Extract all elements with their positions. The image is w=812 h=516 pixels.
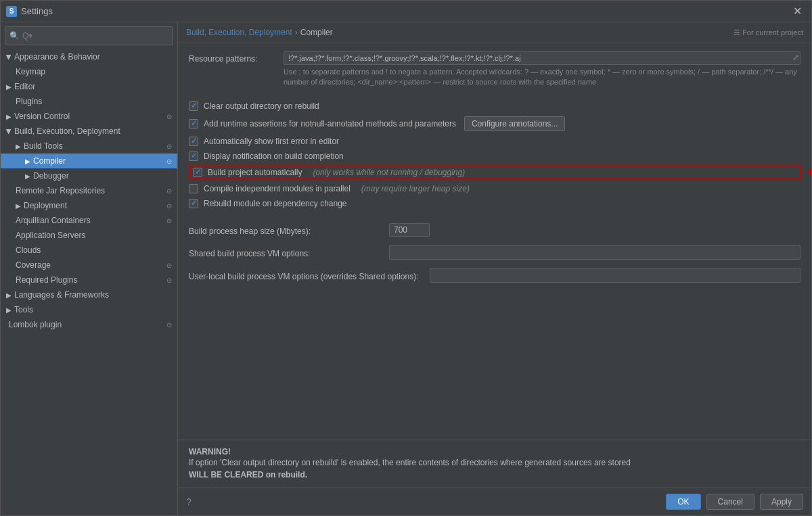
sidebar-item-label: Arquillian Containers [16,216,91,225]
sidebar-item-tools[interactable]: ▶ Tools [1,302,177,317]
chevron-icon: ▶ [5,54,13,60]
build-auto-checkbox[interactable] [193,168,202,177]
sidebar-item-label: Required Plugins [16,275,77,285]
display-notification-label: Display notification on build completion [204,151,344,161]
resource-patterns-label: Resource patterns: [189,51,284,64]
sync-icon: ⊙ [166,321,172,329]
sidebar-item-debugger[interactable]: ▶ Debugger [1,168,177,183]
expand-icon: ▶ [25,158,30,165]
chevron-icon: ▶ [16,143,21,150]
expand-icon[interactable]: ⤢ [792,53,799,62]
sidebar-item-keymap[interactable]: Keymap [1,64,177,79]
breadcrumb-sep: › [295,28,298,37]
checkbox-build-auto: Build project automatically (only works … [189,165,800,180]
display-notification-checkbox[interactable] [189,151,198,161]
chevron-icon: ▶ [5,128,13,134]
resource-patterns-row: Resource patterns: ⤢ Use ; to separate p… [189,51,800,88]
sidebar-item-label: Version Control [14,112,70,121]
rebuild-module-checkbox[interactable] [189,199,198,208]
sidebar-item-label: Deployment [24,201,67,210]
help-button[interactable]: ? [186,496,191,507]
sidebar-item-app-servers[interactable]: Application Servers [1,228,177,243]
sidebar-item-build-tools[interactable]: ▶ Build Tools ⊙ [1,139,177,154]
compile-modules-note: (may require larger heap size) [361,184,470,193]
sidebar-item-label: Editor [14,82,35,91]
show-first-error-checkbox[interactable] [189,137,198,146]
window-title: Settings [21,6,789,16]
resource-input-wrap: ⤢ Use ; to separate patterns and ! to ne… [284,51,800,88]
cancel-button[interactable]: Cancel [706,494,754,510]
checkbox-runtime-assertions: Add runtime assertions for notnull-annot… [189,114,800,134]
settings-window: S Settings ✕ 🔍 ▶ Appearance & Behavior K… [0,0,812,516]
chevron-icon: ▶ [6,113,12,120]
breadcrumb-parent[interactable]: Build, Execution, Deployment [186,28,292,37]
settings-content: Resource patterns: ⤢ Use ; to separate p… [178,43,811,440]
warning-body: If option 'Clear output directory on reb… [189,456,800,481]
breadcrumb-current: Compiler [300,28,333,37]
sidebar-item-label: Build Tools [24,141,63,151]
runtime-assertions-checkbox[interactable] [189,119,198,128]
sidebar-item-clouds[interactable]: Clouds [1,243,177,258]
sidebar-item-build-exec[interactable]: ▶ Build, Execution, Deployment [1,124,177,139]
sidebar: 🔍 ▶ Appearance & Behavior Keymap ▶ Edito… [1,22,178,515]
search-box[interactable]: 🔍 [5,26,173,45]
checkbox-show-first-error: Automatically show first error in editor [189,134,800,149]
sidebar-item-label: Coverage [16,260,51,270]
heap-label: Build process heap size (Mbytes): [189,224,378,236]
sidebar-item-compiler[interactable]: ▶ Compiler ⊙ [1,154,177,168]
build-auto-label: Build project automatically [208,168,302,177]
shared-vm-input[interactable] [389,245,800,260]
sidebar-item-languages[interactable]: ▶ Languages & Frameworks [1,287,177,302]
clear-output-checkbox[interactable] [189,101,198,111]
close-button[interactable]: ✕ [789,3,806,19]
runtime-assertions-label: Add runtime assertions for notnull-annot… [204,119,456,128]
sidebar-item-arquillian[interactable]: Arquillian Containers ⊙ [1,213,177,228]
resource-hint: Use ; to separate patterns and ! to nega… [284,67,800,88]
ok-button[interactable]: OK [666,494,700,510]
chevron-icon: ▶ [6,83,12,91]
sidebar-item-deployment[interactable]: ▶ Deployment ⊙ [1,198,177,213]
search-input[interactable] [22,31,168,41]
main-panel: Build, Execution, Deployment › Compiler … [178,22,811,515]
chevron-icon: ▶ [25,172,30,180]
sidebar-item-version-control[interactable]: ▶ Version Control ⊙ [1,109,177,124]
sidebar-item-label: Application Servers [16,231,85,240]
chevron-icon: ▶ [6,291,12,299]
heap-input[interactable] [389,223,430,237]
sidebar-item-label: Build, Execution, Deployment [14,126,120,136]
show-first-error-label: Automatically show first error in editor [204,137,339,146]
configure-annotations-button[interactable]: Configure annotations... [464,116,565,131]
sync-icon: ⊙ [166,202,172,210]
checkbox-rebuild-module: Rebuild module on dependency change [189,196,800,211]
bottom-bar: ? OK Cancel Apply [178,488,811,515]
sidebar-item-label: Debugger [33,171,69,181]
sidebar-item-plugins[interactable]: Plugins [1,94,177,109]
sync-icon: ⊙ [166,187,172,195]
checkbox-clear-output: Clear output directory on rebuild [189,99,800,114]
user-vm-row: User-local build process VM options (ove… [189,264,800,287]
sidebar-item-label: Remote Jar Repositories [16,186,105,195]
sync-icon: ⊙ [166,143,172,150]
sidebar-item-required-plugins[interactable]: Required Plugins ⊙ [1,273,177,287]
sidebar-item-coverage[interactable]: Coverage ⊙ [1,258,177,273]
shared-vm-label: Shared build process VM options: [189,246,378,258]
title-bar: S Settings ✕ [1,1,811,22]
sidebar-item-editor[interactable]: ▶ Editor [1,79,177,94]
warning-box: WARNING! If option 'Clear output directo… [178,440,811,488]
rebuild-module-label: Rebuild module on dependency change [204,199,347,208]
user-vm-label: User-local build process VM options (ove… [189,269,419,281]
sync-icon: ⊙ [166,217,172,225]
user-vm-input[interactable] [430,268,801,283]
sidebar-item-label: Clouds [16,245,41,255]
sidebar-item-remote-jar[interactable]: Remote Jar Repositories ⊙ [1,183,177,198]
sidebar-item-label: Languages & Frameworks [14,290,109,300]
clear-output-label: Clear output directory on rebuild [204,101,319,111]
compile-modules-checkbox[interactable] [189,184,198,193]
sync-icon: ⊙ [166,113,172,120]
sync-icon: ⊙ [166,158,172,165]
sidebar-item-lombok[interactable]: Lombok plugin ⊙ [1,317,177,332]
sidebar-item-appearance[interactable]: ▶ Appearance & Behavior [1,49,177,64]
search-icon: 🔍 [9,31,20,41]
resource-patterns-input[interactable] [284,51,800,65]
apply-button[interactable]: Apply [760,494,803,510]
